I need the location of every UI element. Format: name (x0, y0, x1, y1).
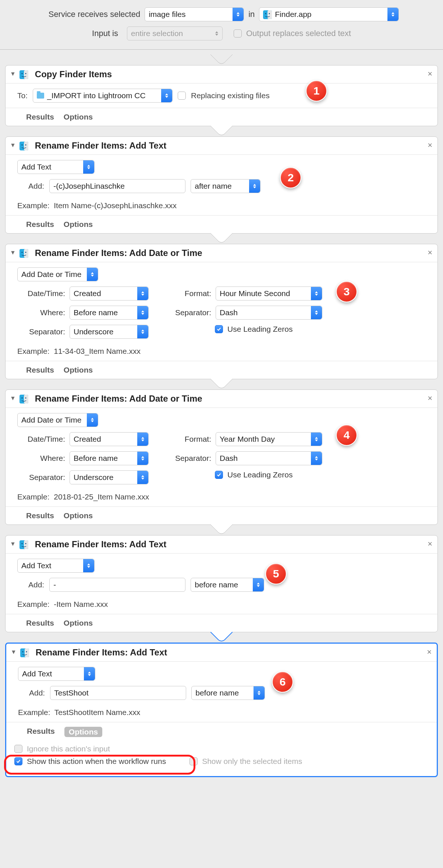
close-icon[interactable]: × (428, 539, 432, 549)
results-tab[interactable]: Results (26, 220, 54, 229)
rename-mode-select[interactable]: Add Text (17, 160, 95, 174)
options-tab[interactable]: Options (64, 727, 102, 737)
disclosure-triangle-icon[interactable]: ▼ (11, 649, 17, 655)
separator2-select[interactable]: Dash (216, 451, 322, 465)
separator-select[interactable]: Underscore (70, 325, 149, 339)
close-icon[interactable]: × (428, 69, 432, 79)
results-tab[interactable]: Results (27, 727, 55, 737)
rename-mode-select[interactable]: Add Date or Time (17, 413, 98, 427)
stepper-icon (253, 578, 264, 591)
datetime-select[interactable]: Created (70, 287, 149, 300)
stepper-icon (137, 325, 148, 338)
add-text-input[interactable] (49, 578, 185, 592)
svg-rect-5 (24, 70, 28, 79)
options-tab[interactable]: Options (64, 113, 93, 121)
format-select[interactable]: Year Month Day (216, 432, 322, 446)
annotation-badge: 2 (280, 167, 301, 188)
action-title: Rename Finder Items: Add Date or Time (35, 248, 202, 258)
options-tab[interactable]: Options (64, 619, 93, 627)
disclosure-triangle-icon[interactable]: ▼ (10, 142, 16, 149)
show-selected-checkbox (189, 757, 198, 765)
stepper-icon (83, 559, 94, 572)
input-type-select[interactable]: image files (145, 7, 244, 21)
example-text: TestShootItem Name.xxx (54, 708, 140, 716)
rename-mode-select[interactable]: Add Text (17, 559, 95, 573)
stepper-icon (137, 471, 148, 484)
close-icon[interactable]: × (427, 647, 432, 657)
where-select[interactable]: Before name (70, 306, 149, 320)
add-text-input[interactable] (49, 179, 185, 193)
action-footer: Results Options (6, 506, 437, 524)
position-select[interactable]: before name (191, 686, 265, 700)
stepper-icon (137, 306, 148, 319)
example-text: 11-34-03_Item Name.xxx (54, 347, 141, 355)
svg-point-18 (21, 398, 22, 399)
in-label: in (248, 10, 255, 19)
action-title: Copy Finder Items (35, 69, 112, 79)
connector (5, 55, 438, 65)
svg-point-3 (269, 13, 270, 14)
options-tab[interactable]: Options (64, 366, 93, 374)
position-select[interactable]: after name (191, 179, 261, 193)
where-select[interactable]: Before name (70, 451, 149, 465)
action-rename-add-text[interactable]: ▼ Rename Finder Items: Add Text × Add Te… (5, 136, 438, 234)
action-rename-add-text[interactable]: ▼ Rename Finder Items: Add Text × Add Te… (5, 535, 438, 632)
results-tab[interactable]: Results (26, 113, 54, 121)
results-tab[interactable]: Results (26, 511, 54, 520)
action-rename-add-date-time[interactable]: ▼ Rename Finder Items: Add Date or Time … (5, 389, 438, 525)
replacing-files-checkbox[interactable] (178, 92, 186, 100)
leading-zeros-checkbox[interactable] (215, 325, 223, 333)
show-when-runs-checkbox[interactable] (14, 757, 22, 765)
format-select[interactable]: Hour Minute Second (216, 287, 322, 300)
finder-icon (20, 648, 29, 657)
finder-icon (20, 395, 28, 403)
finder-icon (20, 142, 28, 150)
leading-zeros-checkbox[interactable] (215, 471, 223, 479)
svg-rect-17 (24, 395, 28, 403)
action-rename-add-text-selected[interactable]: ▼ Rename Finder Items: Add Text × Add Te… (5, 643, 438, 777)
disclosure-triangle-icon[interactable]: ▼ (10, 249, 16, 256)
action-rename-add-date-time[interactable]: ▼ Rename Finder Items: Add Date or Time … (5, 244, 438, 379)
svg-rect-13 (24, 249, 28, 258)
input-is-label: Input is (92, 29, 118, 38)
options-tab[interactable]: Options (64, 220, 93, 229)
action-footer: Results Options (6, 614, 437, 632)
finder-icon (20, 540, 28, 549)
rename-mode-select[interactable]: Add Date or Time (17, 267, 98, 281)
stepper-icon (161, 89, 172, 102)
annotation-badge: 5 (265, 563, 287, 584)
connector (5, 234, 438, 244)
stepper-icon (87, 413, 98, 427)
stepper-icon (249, 179, 260, 193)
finder-icon (20, 70, 28, 79)
datetime-select[interactable]: Created (70, 432, 149, 446)
to-label: To: (17, 91, 28, 100)
stepper-icon (84, 667, 95, 680)
app-select[interactable]: Finder.app (259, 7, 399, 21)
stepper-icon (211, 27, 222, 40)
action-footer: Results Options (6, 215, 437, 233)
stepper-icon (83, 160, 94, 174)
options-tab[interactable]: Options (64, 511, 93, 520)
results-tab[interactable]: Results (26, 366, 54, 374)
position-select[interactable]: before name (191, 578, 264, 592)
connector (5, 632, 438, 643)
annotation-badge: 6 (272, 671, 293, 693)
disclosure-triangle-icon[interactable]: ▼ (10, 541, 16, 547)
close-icon[interactable]: × (428, 394, 432, 403)
rename-mode-select[interactable]: Add Text (18, 667, 95, 681)
action-copy-finder-items[interactable]: ▼ Copy Finder Items × To: _IMPORT into L… (5, 65, 438, 126)
separator2-select[interactable]: Dash (216, 306, 322, 320)
disclosure-triangle-icon[interactable]: ▼ (10, 71, 16, 77)
add-text-input[interactable] (50, 686, 186, 700)
separator-select[interactable]: Underscore (70, 470, 149, 484)
connector (5, 525, 438, 535)
close-icon[interactable]: × (428, 248, 432, 257)
destination-folder-select[interactable]: _IMPORT into Lightroom CC (33, 89, 173, 103)
annotation-badge: 4 (336, 424, 357, 446)
disclosure-triangle-icon[interactable]: ▼ (10, 395, 16, 402)
annotation-badge: 1 (306, 80, 327, 102)
close-icon[interactable]: × (428, 140, 432, 150)
results-tab[interactable]: Results (26, 619, 54, 627)
action-title: Rename Finder Items: Add Text (36, 647, 167, 658)
